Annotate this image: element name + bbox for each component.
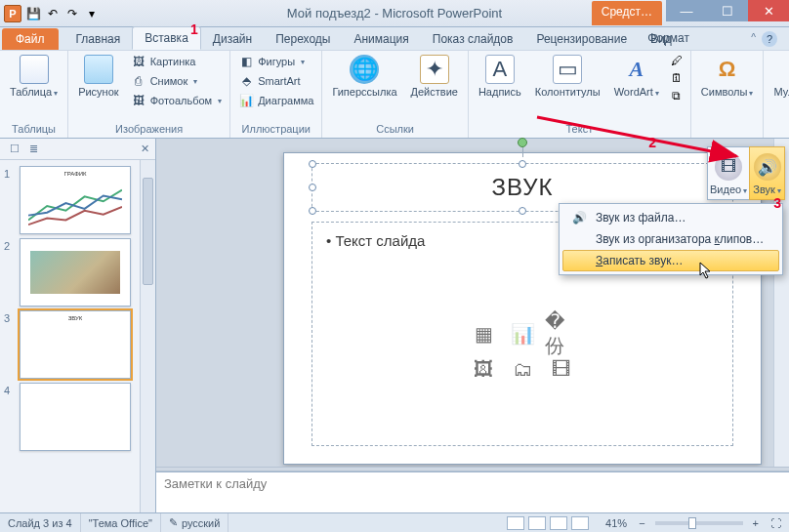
thumbnail[interactable]: ГРАФИК [20,166,131,234]
mini-photo [30,251,120,294]
shapes-button[interactable]: ◧Фигуры [236,53,315,70]
headerfooter-icon: ▭ [553,55,582,84]
qat-dropdown-icon[interactable]: ▾ [84,6,100,21]
thumb-title: ГРАФИК [21,167,130,177]
status-language[interactable]: ✎русский [161,513,228,532]
symbols-button[interactable]: Ω Символы [697,53,758,102]
zoom-controls: − + [635,513,763,532]
tab-design[interactable]: Дизайн [201,28,264,50]
tab-review[interactable]: Рецензирование [524,28,639,50]
group-links: 🌐 Гиперссылка ✦ Действие Ссылки [322,51,469,138]
maximize-button[interactable]: ☐ [707,0,748,21]
shapes-label: Фигуры [258,56,295,67]
ph-table-icon[interactable]: ▦ [467,319,500,348]
zoom-out-button[interactable]: − [639,517,644,529]
thumb-row[interactable]: 1 ГРАФИК [0,164,155,236]
contextual-tools-tab[interactable]: Средст… [592,1,662,25]
view-sorter-button[interactable] [528,516,546,530]
group-label: Иллюстрации [236,121,315,138]
zoom-slider[interactable] [655,521,743,525]
hyperlink-button[interactable]: 🌐 Гиперссылка [328,53,400,100]
wordart-icon: A [622,55,651,84]
tab-slideshow[interactable]: Показ слайдов [421,28,525,50]
video-button[interactable]: 🎞 Видео [708,147,750,199]
thumb-row[interactable]: 3 ЗВУК [0,308,155,381]
thumbnail[interactable] [20,383,131,451]
media-button[interactable]: 🔊 Мультимедиа [769,53,789,102]
ph-chart-icon[interactable]: 📊 [506,319,539,348]
tab-file[interactable]: Файл [2,28,59,50]
hyperlink-label: Гиперссылка [332,86,396,98]
menu-sound-from-organizer[interactable]: Звук из организатора клипов… [562,228,779,250]
placeholder-icons: ▦ 📊 �份 🖼 🗂 🎞 [467,319,578,384]
thumbnail-selected[interactable]: ЗВУК [20,310,131,379]
help-icon[interactable]: ? [762,31,777,47]
group-tables: Таблица Таблицы [0,51,68,138]
fit-to-window-button[interactable]: ⛶ [763,513,789,532]
media-label: Мультимедиа [773,86,789,100]
wordart-button[interactable]: A WordArt [610,53,663,102]
picture-icon [84,55,113,84]
tab-transitions[interactable]: Переходы [264,28,342,50]
picture-label: Рисунок [78,86,119,98]
slide-canvas[interactable]: ЗВУК Текст слайда ▦ 📊 �份 🖼 🗂 🎞 [283,152,762,465]
table-label: Таблица [10,86,58,100]
action-button[interactable]: ✦ Действие [407,53,462,100]
minimize-button[interactable]: — [666,0,707,21]
menu-sound-from-file[interactable]: 🔊 Звук из файла… [562,207,779,228]
textbox-button[interactable]: A Надпись [475,53,525,100]
text-extra-icon[interactable]: 🗓 [669,70,685,86]
thumb-row[interactable]: 2 [0,236,155,308]
sound-button[interactable]: 🔊 Звук [749,146,785,200]
thumb-row[interactable]: 4 [0,381,155,453]
photoalbum-button[interactable]: 🖽Фотоальбом [129,92,225,109]
headerfooter-button[interactable]: ▭ Колонтитулы [531,53,604,100]
notes-pane[interactable]: Заметки к слайду [156,471,789,512]
rotate-handle[interactable] [518,138,527,147]
title-bar: P 💾 ↶ ↷ ▾ Мой подъезд2 - Microsoft Power… [0,0,789,27]
symbols-icon: Ω [713,55,742,84]
close-button[interactable]: ✕ [748,0,789,21]
ribbon-expand-icon[interactable]: ^ [751,32,756,43]
text-extra-icon[interactable]: ⧉ [669,88,685,103]
thumbs-tab-slides[interactable]: ☐ [10,143,20,155]
chart-label: Диаграмма [258,95,313,106]
tab-animations[interactable]: Анимация [342,28,420,50]
picture-button[interactable]: Рисунок [74,53,123,100]
ph-media-icon[interactable]: 🎞 [545,354,578,384]
clipart-button[interactable]: 🖼Картинка [129,53,225,70]
photoalbum-icon: 🖽 [131,93,146,108]
tab-format[interactable]: Формат [634,27,703,49]
badge-2: 2 [648,135,656,150]
view-slideshow-button[interactable] [571,516,589,530]
group-text: A Надпись ▭ Колонтитулы A WordArt 🖊 🗓 ⧉ … [469,51,691,138]
thumbnail[interactable] [20,238,131,307]
screenshot-icon: ⎙ [131,73,146,89]
zoom-level[interactable]: 41% [598,513,635,532]
status-slide-count: Слайд 3 из 4 [0,513,81,532]
chart-button[interactable]: 📊Диаграмма [236,92,315,109]
thumbs-tab-outline[interactable]: ≣ [29,143,38,155]
badge-1: 1 [190,21,198,37]
save-icon[interactable]: 💾 [25,6,41,21]
ph-clipart-icon[interactable]: 🗂 [506,354,539,384]
undo-icon[interactable]: ↶ [45,6,61,21]
wordart-label: WordArt [614,86,659,100]
menu-record-sound[interactable]: Записать звук… [562,250,779,271]
ph-picture-icon[interactable]: 🖼 [467,354,500,384]
zoom-in-button[interactable]: + [753,517,759,529]
action-label: Действие [411,86,458,98]
text-extra-icon[interactable]: 🖊 [669,53,685,68]
thumb-number: 4 [4,383,16,396]
view-normal-button[interactable] [507,516,524,530]
redo-icon[interactable]: ↷ [64,6,80,21]
thumbs-close-icon[interactable]: ✕ [141,143,149,155]
table-button[interactable]: Таблица [6,53,62,102]
window-controls: — ☐ ✕ [666,0,789,21]
ph-smartart-icon[interactable]: �份 [545,319,578,348]
screenshot-button[interactable]: ⎙Снимок [129,72,225,90]
smartart-button[interactable]: ⬘SmartArt [236,72,315,90]
view-reading-button[interactable] [550,516,567,530]
tab-home[interactable]: Главная [64,28,133,50]
thumbs-scrollbar[interactable] [140,160,155,512]
